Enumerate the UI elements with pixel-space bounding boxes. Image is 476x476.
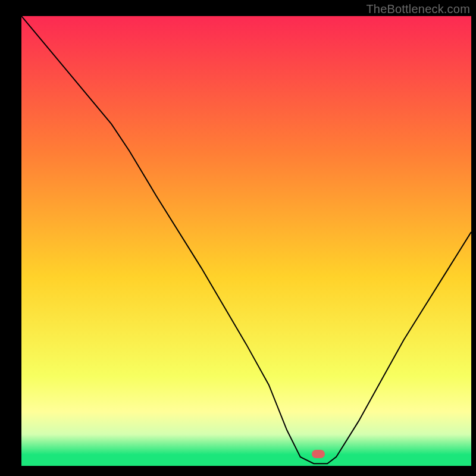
chart-frame: { "watermark": "TheBottleneck.com", "col… (0, 0, 476, 476)
bottleneck-curve (21, 16, 471, 464)
watermark-text: TheBottleneck.com (366, 2, 470, 16)
optimal-point-marker (312, 450, 325, 458)
plot-area (21, 16, 471, 456)
curve-layer (21, 16, 471, 466)
